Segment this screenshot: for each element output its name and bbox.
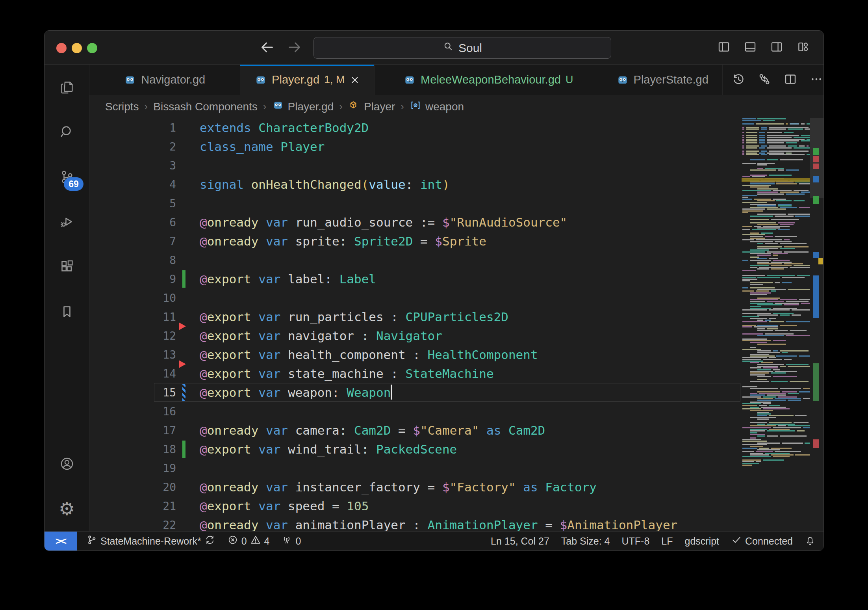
breadcrumb-symbol[interactable]: weapon [410,99,464,114]
minimize-window-button[interactable] [72,43,82,53]
git-added-indicator [182,441,185,458]
toggle-primary-sidebar-icon[interactable] [717,40,731,55]
code-text: @export var weapon: Weapon [200,383,392,402]
tab-label: MeleeWeaponBehaviour.gd [421,73,561,86]
code-line[interactable]: 21@export var speed = 105 [89,497,823,515]
cursor-position-item[interactable]: Ln 15, Col 27 [491,536,549,547]
tab-navigator[interactable]: Navigator.gd [89,65,240,95]
line-number: 4 [89,178,176,191]
code-text: @export var speed = 105 [200,497,369,515]
tab-playerstate[interactable]: PlayerState.gd [602,65,723,95]
code-line[interactable]: 18@export var wind_trail: PackedScene [89,440,823,459]
line-number: 2 [89,140,176,153]
godot-file-icon [616,74,629,86]
godot-file-icon [403,74,416,86]
customize-layout-icon[interactable] [796,40,810,55]
toggle-panel-icon[interactable] [744,40,757,55]
tab-player[interactable]: Player.gd 1, M [240,65,375,95]
breadcrumb-folder[interactable]: Bissash Components [153,100,258,113]
overview-mark-cursor [818,258,823,264]
editor-pane[interactable]: 1extends CharacterBody2D2class_name Play… [89,118,823,531]
more-actions-icon[interactable] [809,72,823,88]
git-branch-item[interactable]: StateMachine-Rework* [86,534,215,548]
code-line[interactable]: 10 [89,288,823,307]
open-changes-icon[interactable] [757,72,772,88]
symbol-variable-icon [410,99,421,114]
toggle-secondary-sidebar-icon[interactable] [770,40,783,55]
code-line[interactable]: 9@export var label: Label [89,270,823,288]
gutter-decoration-slot [176,137,200,156]
close-window-button[interactable] [56,43,67,53]
line-number: 15 [89,386,176,399]
desktop-background: Soul 69 [0,0,868,610]
code-line[interactable]: 13@export var health_component : HealthC… [89,345,823,364]
chevron-right-icon: › [145,100,148,113]
code-text: extends CharacterBody2D [200,118,369,137]
traffic-lights [56,43,97,53]
close-icon[interactable] [350,75,360,85]
activity-bar: 69 ⚙ [45,65,89,531]
zoom-window-button[interactable] [87,43,97,53]
gutter-decoration-slot [176,213,200,232]
command-center[interactable]: Soul [313,37,611,59]
broadcast-item[interactable]: 0 [281,534,301,548]
code-line[interactable]: 12@export var navigator : Navigator [89,326,823,345]
notifications-bell-icon[interactable] [805,536,816,547]
eol-item[interactable]: LF [661,536,673,547]
run-and-debug-icon[interactable] [45,199,89,244]
line-number: 21 [89,500,176,513]
breadcrumb-folder[interactable]: Scripts [105,100,139,113]
tab-label: Navigator.gd [141,73,205,86]
code-line[interactable]: 4signal onHealthChanged(value: int) [89,175,823,194]
search-view-icon[interactable] [45,110,89,154]
tab-label: PlayerState.gd [634,73,708,86]
code-line[interactable]: 7@onready var sprite: Sprite2D = $Sprite [89,232,823,251]
breadcrumb-class[interactable]: Player [348,99,395,114]
overview-mark-modified [813,176,819,182]
code-line[interactable]: 19 [89,459,823,478]
code-line[interactable]: 3 [89,156,823,175]
overview-mark-modified [813,275,819,318]
vscode-window: Soul 69 [44,30,824,551]
timeline-history-icon[interactable] [731,72,746,88]
gutter-decoration-slot [176,497,200,515]
code-text: @export var health_component : HealthCom… [200,345,538,364]
settings-gear-icon[interactable]: ⚙ [45,486,89,531]
account-icon[interactable] [45,441,89,486]
problems-item[interactable]: 0 4 [227,534,270,548]
lsp-connection-item[interactable]: Connected [731,534,793,548]
indentation-item[interactable]: Tab Size: 4 [561,536,610,547]
code-line[interactable]: 20@onready var instancer_factory = $"Fac… [89,478,823,497]
tab-meleeweaponbehaviour[interactable]: MeleeWeaponBehaviour.gd U [375,65,602,95]
code-line[interactable]: 22@onready var animationPlayer : Animati… [89,515,823,531]
code-line[interactable]: 15@export var weapon: Weapon [89,383,823,402]
forward-icon[interactable] [287,39,302,57]
source-control-icon[interactable]: 69 [45,154,89,199]
remote-indicator[interactable]: >< [45,532,77,550]
code-line[interactable]: 1extends CharacterBody2D [89,118,823,137]
code-line[interactable]: 16 [89,402,823,421]
language-mode-item[interactable]: gdscript [685,536,720,547]
line-number: 6 [89,216,176,229]
code-line[interactable]: 17@onready var camera: Cam2D = $"Camera"… [89,421,823,440]
extensions-icon[interactable] [45,244,89,289]
code-line[interactable]: 11@export var run_particles : CPUParticl… [89,307,823,326]
code-text: @onready var sprite: Sprite2D = $Sprite [200,232,486,251]
encoding-item[interactable]: UTF-8 [622,536,650,547]
overview-mark-added [813,196,819,204]
explorer-icon[interactable] [45,65,89,110]
split-editor-icon[interactable] [783,72,798,88]
code-line[interactable]: 14@export var state_machine : StateMachi… [89,364,823,383]
code-line[interactable]: 6@onready var run_audio_source := $"RunA… [89,213,823,232]
breadcrumb-file[interactable]: Player.gd [272,99,334,114]
title-bar: Soul [45,31,823,65]
minimap[interactable] [739,118,810,531]
back-icon[interactable] [259,39,275,57]
line-number: 5 [89,197,176,210]
code-line[interactable]: 5 [89,194,823,213]
line-number: 10 [89,292,176,305]
code-line[interactable]: 2class_name Player [89,137,823,156]
scrollbar-overview-ruler[interactable] [810,118,823,531]
bookmarks-icon[interactable] [45,289,89,334]
code-line[interactable]: 8 [89,251,823,270]
